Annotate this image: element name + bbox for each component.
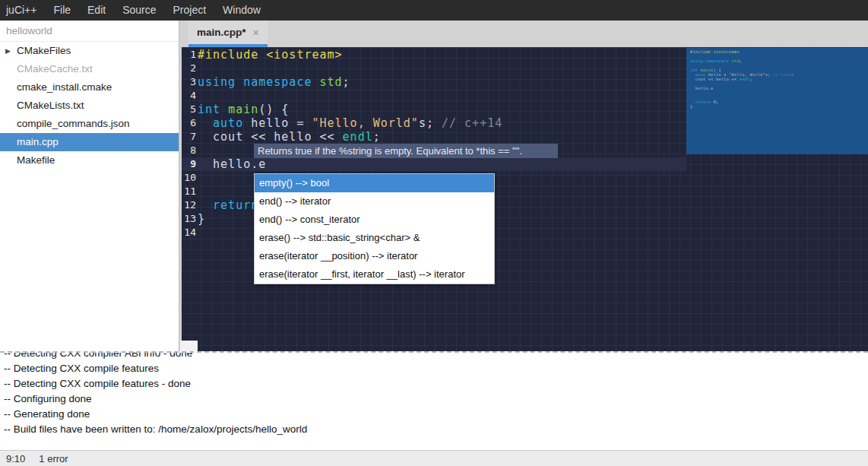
code-token: auto <box>213 116 243 130</box>
code-token: int <box>198 103 228 116</box>
code-line <box>198 62 684 75</box>
line-number: 3 <box>182 75 196 89</box>
line-number-current: 9 <box>182 157 196 171</box>
file-browser: helloworld ▶ CMakeFiles CMakeCache.txt c… <box>0 21 179 351</box>
code-token: s; <box>419 116 442 130</box>
code-line <box>198 89 684 103</box>
code-token <box>198 116 213 130</box>
autocomplete-item[interactable]: erase(iterator __position) --> iterator <box>255 247 494 265</box>
output-line: -- Detecting CXX compiler ABI info - don… <box>4 351 868 361</box>
code-token: ; <box>373 130 381 144</box>
menubar: juCi++ File Edit Source Project Window <box>0 0 868 21</box>
build-output-text: -- Detecting CXX compiler ABI info - don… <box>0 351 868 437</box>
sidebar-item-main-cpp[interactable]: main.cpp <box>0 133 179 151</box>
autocomplete-popup: empty() --> bool end() --> iterator end(… <box>254 173 495 284</box>
code-token: () { <box>258 103 289 116</box>
menu-app[interactable]: juCi++ <box>6 0 45 21</box>
menu-window[interactable]: Window <box>214 0 269 21</box>
code-editor[interactable]: 1 2 3 4 5 6 7 8 9 10 11 12 13 14 #includ… <box>179 47 868 351</box>
file-label: Makefile <box>17 151 55 170</box>
tab-label: main.cpp* <box>197 27 246 38</box>
build-output-panel[interactable]: -- Detecting CXX compiler ABI info - don… <box>0 351 868 450</box>
file-label: cmake_install.cmake <box>17 78 112 97</box>
code-line: int main() { <box>198 103 684 116</box>
line-number: 8 <box>182 144 196 157</box>
line-number: 14 <box>182 226 196 239</box>
file-label: CMakeLists.txt <box>17 97 84 115</box>
sidebar-item-cmakecache[interactable]: CMakeCache.txt <box>0 60 179 78</box>
autocomplete-item[interactable]: end() --> const_iterator <box>255 211 494 229</box>
cursor-position: 9:10 <box>6 453 25 464</box>
output-line: -- Detecting CXX compile features - done <box>4 376 868 392</box>
tabbar: main.cpp* × <box>179 21 868 47</box>
code-token: "Hello, World" <box>312 116 418 130</box>
output-line: -- Build files have been written to: /ho… <box>4 422 868 437</box>
minimap-code: #include <iostream> using namespace std;… <box>690 49 868 113</box>
sidebar-item-cmakefiles[interactable]: ▶ CMakeFiles <box>0 42 179 60</box>
doc-tooltip: Returns true if the %string is empty. Eq… <box>254 144 558 158</box>
file-label: main.cpp <box>17 133 59 151</box>
line-number: 11 <box>182 185 196 198</box>
line-number: 2 <box>182 62 196 75</box>
sidebar-splitter[interactable] <box>179 47 182 351</box>
code-line: auto hello = "Hello, World"s; // c++14 <box>198 116 684 130</box>
code-line: #include <iostream> <box>198 48 684 62</box>
project-name: helloworld <box>0 21 179 42</box>
file-label: CMakeCache.txt <box>17 60 93 78</box>
code-token: #include <iostream> <box>198 48 343 62</box>
line-number-gutter: 1 2 3 4 5 6 7 8 9 10 11 12 13 14 <box>182 48 196 239</box>
autocomplete-item[interactable]: erase() --> std::basic_string<char> & <box>255 229 494 247</box>
code-line: using namespace std; <box>198 75 684 89</box>
code-line <box>690 109 868 113</box>
code-line-current: hello.e <box>198 157 684 171</box>
menu-edit[interactable]: Edit <box>79 0 114 21</box>
code-token: // c++14 <box>442 116 502 130</box>
line-number: 1 <box>182 48 196 62</box>
code-token: return <box>213 198 258 212</box>
sidebar-item-cmakelists[interactable]: CMakeLists.txt <box>0 97 179 115</box>
statusbar: 9:10 1 error <box>0 450 868 466</box>
tab-main-cpp[interactable]: main.cpp* × <box>188 21 268 47</box>
file-label: CMakeFiles <box>17 42 71 60</box>
line-number: 10 <box>182 171 196 185</box>
line-number: 6 <box>182 116 196 130</box>
juci-window: juCi++ File Edit Source Project Window h… <box>0 0 868 466</box>
code-token: main <box>228 103 258 116</box>
line-number: 7 <box>182 130 196 144</box>
line-number: 12 <box>182 198 196 212</box>
output-line: -- Configuring done <box>4 392 868 407</box>
code-token: ; <box>343 75 350 89</box>
autocomplete-item[interactable]: erase(iterator __first, iterator __last)… <box>255 265 494 284</box>
code-token <box>198 198 213 212</box>
code-token: hello.e <box>198 157 266 171</box>
code-line: cout << hello << endl; <box>198 130 684 144</box>
minimap[interactable]: #include <iostream> using namespace std;… <box>686 47 868 351</box>
file-label: compile_commands.json <box>17 115 130 133</box>
line-number: 4 <box>182 89 196 103</box>
code-token: } <box>198 212 205 226</box>
menu-file[interactable]: File <box>45 0 79 21</box>
code-token: std <box>320 75 343 89</box>
sidebar-item-cmake-install[interactable]: cmake_install.cmake <box>0 78 179 97</box>
output-line: -- Generating done <box>4 407 868 422</box>
line-number: 5 <box>182 103 196 116</box>
menu-project[interactable]: Project <box>165 0 215 21</box>
output-line: -- Detecting CXX compile features <box>4 361 868 376</box>
autocomplete-item[interactable]: end() --> iterator <box>255 192 494 211</box>
error-count: 1 error <box>39 453 68 464</box>
code-token: cout << hello << <box>198 130 343 144</box>
scrollbar-corner <box>180 341 198 351</box>
line-number: 13 <box>182 212 196 226</box>
autocomplete-item-selected[interactable]: empty() --> bool <box>255 174 494 192</box>
sidebar-item-compile-commands[interactable]: compile_commands.json <box>0 115 179 133</box>
code-token: using namespace <box>198 75 320 89</box>
code-token: endl <box>343 130 373 144</box>
menu-source[interactable]: Source <box>114 0 164 21</box>
expand-arrow-icon[interactable]: ▶ <box>5 42 11 60</box>
sidebar-item-makefile[interactable]: Makefile <box>0 151 179 170</box>
close-icon[interactable]: × <box>253 27 259 39</box>
code-token: hello = <box>243 116 312 130</box>
